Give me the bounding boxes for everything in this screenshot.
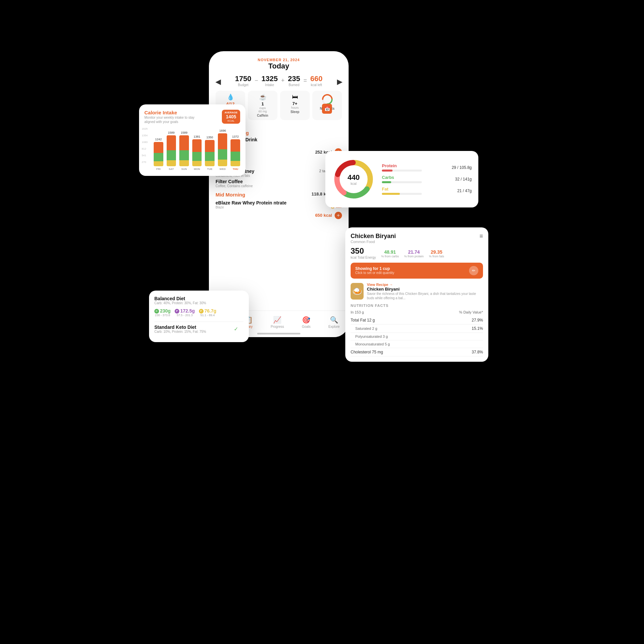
donut-unit: kcal [348, 182, 360, 185]
balanced-diet-sub: Carb: 40%, Protein: 30%, Fat: 30% [154, 301, 243, 305]
whey-protein-name: eBlaze Raw Whey Protein ntrate [215, 200, 286, 205]
sleep-stat[interactable]: 🛏 7+ hours Sleep [280, 91, 310, 120]
protein-circle: P [175, 309, 179, 314]
balanced-diet-name: Balanced Diet [154, 296, 243, 301]
fat-range-balanced: 51.1 - 89.4 [199, 314, 216, 317]
edit-icon[interactable]: ✏ [469, 266, 478, 275]
diet-divider [154, 322, 243, 322]
protein-name: Protein [382, 163, 449, 168]
monounsaturated-label: Monounsaturated 5 g [355, 342, 390, 346]
recipe-desc: Savor the richness of this Chicken Birya… [367, 292, 483, 300]
nav-explore[interactable]: 🔍 Explore [328, 316, 340, 328]
saturated-pct: 15.1% [472, 326, 483, 331]
y-axis: 1625 1354 1083 812 541 270 [142, 127, 148, 164]
carbs-pct-label: % from carbs [381, 255, 399, 258]
fat-pct-label: % from fats [429, 255, 445, 258]
bar-tue: 1350 TUE [205, 136, 214, 171]
nutrition-facts-title: NUTRITION FACTS [351, 304, 483, 308]
recipe-row: 🍛 View Recipe → Chicken Biryani Savor th… [351, 283, 483, 300]
caffein-label: Caffein [250, 114, 275, 117]
caffein-stat[interactable]: ☕ 1 cups 60 mg Caffein [248, 91, 277, 120]
bar-sun: 1589 SUN [179, 131, 189, 171]
fat-val-balanced: F76.7g [199, 308, 216, 314]
nav-progress[interactable]: 📈 Progress [271, 316, 284, 328]
bar-wed: 1696 WED [218, 129, 227, 171]
saturated-label: Saturated 2 g [355, 326, 377, 330]
total-fat-pct: 27.9% [472, 318, 483, 322]
showing-bar[interactable]: Showing for 1 cup Click to set or edit q… [351, 263, 483, 279]
monounsaturated-row: Monounsaturated 5 g [351, 340, 483, 348]
next-arrow[interactable]: ▶ [337, 78, 342, 86]
water-icon: 💧 [218, 93, 242, 101]
carb-val-balanced: C230g [154, 308, 171, 314]
home-indicator [257, 333, 300, 334]
today-label: Today [215, 62, 342, 70]
showing-text: Showing for 1 cup [355, 266, 394, 271]
caffein-value: 1 [250, 101, 275, 106]
fat-bar [382, 193, 400, 195]
carbs-bar [382, 181, 391, 183]
protein-val-balanced: P172.5g [175, 308, 195, 314]
explore-nav-label: Explore [328, 325, 340, 328]
chicken-stats: 350 kcal Total Energy 48.91 % from carbs… [351, 246, 483, 259]
filter-icon[interactable]: ≡ [479, 233, 483, 240]
calorie-card-subtitle: Monitor your weekly intake to stay align… [144, 115, 197, 124]
polyunsaturated-row: Polyunsaturated 3 g [351, 333, 483, 340]
date-text: NOVEMBER 21, 2024 [215, 58, 342, 62]
saturated-row: Saturated 2 g 15.1% [351, 324, 483, 333]
carb-circle: C [154, 309, 159, 314]
total-fat-row: Total Fat 12 g 27.9% [351, 316, 483, 324]
filter-coffee-item[interactable]: Filter Coffee Coffee, Contains caffeine … [215, 179, 342, 188]
chicken-title: Chicken Biryani [351, 233, 396, 240]
avg-label: AVERAGE [224, 111, 237, 114]
fat-circle: F [199, 309, 203, 314]
carbs-macro: 48.91 % from carbs [381, 249, 399, 258]
balanced-diet-row: Balanced Diet Carb: 40%, Protein: 30%, F… [154, 296, 243, 317]
nav-goals[interactable]: 🎯 Goals [302, 316, 310, 328]
keto-diet-row: Standard Keto Diet Carb: 10%, Protein: 1… [154, 324, 243, 333]
bar-chart: 1242 FRI 1589 SAT [154, 127, 240, 171]
goals-icon: 🎯 [302, 316, 310, 324]
protein-range-balanced: 57.5 - 201.3 [175, 314, 195, 317]
protein-row: Protein 29 / 105.8g [382, 163, 472, 172]
calorie-intake-card: Calorie Intake Monitor your weekly intak… [139, 104, 245, 176]
fat-value: 21 / 47g [457, 189, 472, 193]
progress-icon: 📈 [273, 316, 281, 324]
nutrients-card: 440 kcal Protein 29 / 105.8g Carbs [325, 151, 478, 207]
carbs-row: Carbs 32 / 141g [382, 175, 472, 183]
chicken-kcal: 350 [351, 246, 376, 256]
scene: NOVEMBER 21, 2024 Today ◀ 📅 ▶ 1750 Budge… [139, 31, 505, 613]
protein-value: 29 / 105.8g [452, 165, 472, 170]
lunch-row: 650 kcal + [215, 212, 342, 219]
protein-pct: 21.74 [404, 249, 424, 255]
prev-arrow[interactable]: ◀ [215, 78, 220, 86]
keto-checkmark: ✓ [234, 326, 238, 332]
whey-protein-item[interactable]: eBlaze Raw Whey Protein ntrate Blaze 1 s… [215, 200, 342, 209]
goals-nav-label: Goals [302, 325, 310, 328]
protein-bar [382, 170, 393, 172]
calendar-icon[interactable]: 📅 [322, 104, 332, 114]
chicken-sub: Common Food [351, 240, 396, 244]
cholesterol-row: Cholesterol 75 mg 37.8% [351, 348, 483, 356]
total-fat-label: Total Fat 12 g [351, 318, 375, 322]
recipe-thumb: 🍛 [351, 283, 364, 300]
calorie-card-title: Calorie Intake [144, 110, 197, 115]
avg-value: 1405 [224, 114, 237, 119]
mid-morning-label: Mid Morning [215, 192, 245, 197]
filter-coffee-type: Coffee, Contains caffeine [215, 184, 253, 188]
fat-name: Fat [382, 187, 454, 192]
lunch-add-btn[interactable]: + [335, 212, 342, 219]
view-recipe-link[interactable]: View Recipe → [367, 283, 483, 287]
sleep-icon: 🛏 [283, 93, 307, 100]
sleep-unit: hours [283, 106, 307, 109]
date-header: NOVEMBER 21, 2024 Today [215, 58, 342, 70]
protein-pct-label: % from protein [404, 255, 424, 258]
fat-pct: 29.35 [429, 249, 445, 255]
caffein-mg: 60 mg [250, 110, 275, 113]
carbs-pct: 48.91 [381, 249, 399, 255]
fat-macro: 29.35 % from fats [429, 249, 445, 258]
whey-protein-type: Blaze [215, 205, 286, 209]
caffein-unit: cups [250, 106, 275, 110]
progress-nav-label: Progress [271, 325, 284, 328]
bar-fri: 1242 FRI [154, 138, 163, 171]
